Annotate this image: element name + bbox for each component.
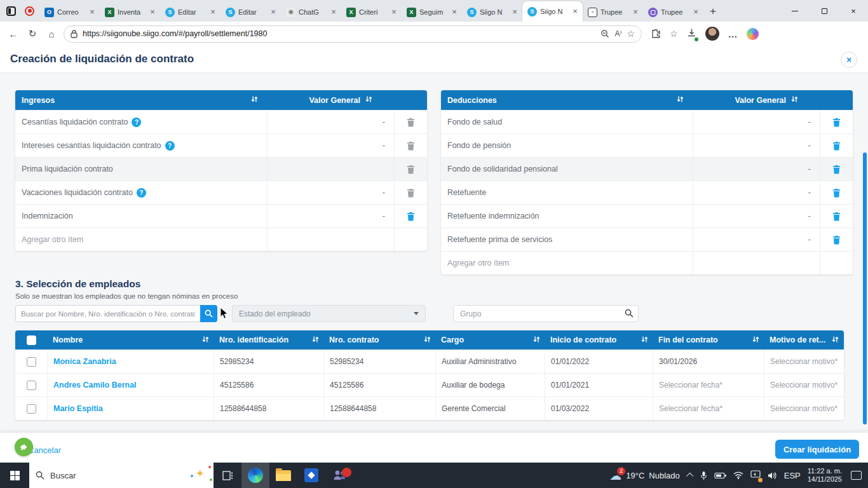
browser-tab[interactable]: ✳ChatG× [281, 3, 341, 22]
tab-close-icon[interactable]: × [390, 8, 398, 17]
help-icon[interactable]: ? [137, 188, 146, 198]
delete-item-button[interactable] [394, 158, 427, 180]
sort-icon[interactable] [251, 95, 258, 105]
vertical-scrollbar[interactable] [863, 152, 867, 424]
employee-name-link[interactable]: Mario Espitia [53, 404, 103, 413]
taskbar-weather[interactable]: ☁ 2 19°C Nublado [609, 470, 679, 482]
tab-close-icon[interactable]: × [450, 8, 459, 17]
tab-close-icon[interactable]: × [571, 7, 580, 16]
tab-close-icon[interactable]: × [208, 8, 217, 17]
grupo-search-input[interactable] [453, 305, 639, 322]
sort-icon[interactable] [202, 336, 209, 345]
help-icon[interactable]: ? [132, 118, 141, 127]
item-value-cell[interactable]: - [267, 134, 394, 157]
tab-close-icon[interactable]: × [269, 8, 278, 17]
item-value-cell[interactable]: - [267, 205, 394, 227]
add-item-row[interactable]: Agregar otro ítem [15, 227, 427, 251]
language-indicator[interactable]: ESP [784, 471, 801, 480]
home-icon[interactable]: ⌂ [42, 29, 61, 39]
wifi-icon[interactable] [733, 471, 743, 479]
delete-item-button[interactable] [820, 111, 853, 133]
add-item-row[interactable]: Agregar otro ítem [441, 251, 853, 274]
help-icon[interactable]: ? [165, 141, 175, 151]
delete-item-button[interactable] [394, 205, 427, 227]
item-value-cell[interactable]: - [693, 228, 820, 251]
downloads-icon[interactable] [687, 28, 696, 40]
tab-workspaces-icon[interactable] [6, 6, 16, 16]
delete-item-button[interactable] [820, 205, 853, 227]
browser-tab[interactable]: ▢Trupee× [643, 3, 703, 22]
delete-item-button[interactable] [820, 158, 853, 180]
employee-checkbox[interactable] [27, 404, 36, 414]
browser-tab[interactable]: OCorreo× [39, 3, 100, 22]
delete-item-button[interactable] [394, 134, 427, 157]
employee-checkbox[interactable] [27, 357, 36, 367]
battery-icon[interactable] [714, 472, 726, 479]
sort-icon[interactable] [365, 95, 372, 105]
sort-icon[interactable] [312, 336, 319, 345]
create-settlement-button[interactable]: Crear liquidación [775, 440, 859, 459]
start-button[interactable] [0, 463, 29, 488]
retirement-reason-cell[interactable]: Seleccionar motivo* [764, 350, 844, 373]
retirement-reason-cell[interactable]: Seleccionar motivo* [764, 374, 844, 396]
browser-tab[interactable]: SSiigo N× [522, 1, 583, 22]
sort-icon[interactable] [791, 95, 798, 105]
address-bar[interactable]: https://siigonube.siigo.com/#/payroll/se… [64, 25, 642, 43]
contract-end-cell[interactable]: Seleccionar fecha* [653, 374, 764, 396]
browser-tab[interactable]: XSeguim× [402, 3, 462, 22]
employee-name-link[interactable]: Monica Zanabria [53, 357, 116, 366]
delete-item-button[interactable] [394, 181, 427, 204]
tab-close-icon[interactable]: × [510, 8, 519, 17]
tray-expand-icon[interactable] [686, 473, 693, 480]
window-minimize-button[interactable] [780, 0, 810, 22]
retirement-reason-cell[interactable]: Seleccionar motivo* [764, 397, 844, 420]
refresh-icon[interactable]: ↻ [23, 28, 42, 39]
url-text[interactable]: https://siigonube.siigo.com/#/payroll/se… [83, 29, 595, 38]
tab-close-icon[interactable]: × [631, 8, 640, 17]
sort-icon[interactable] [752, 336, 759, 345]
window-close-button[interactable]: × [839, 0, 868, 22]
taskbar-explorer-button[interactable] [269, 463, 297, 488]
speaker-icon[interactable] [768, 471, 777, 480]
tab-close-icon[interactable]: × [88, 8, 97, 17]
zoom-out-icon[interactable] [600, 29, 609, 38]
browser-tab[interactable]: SSiigo N× [462, 3, 522, 22]
select-all-checkbox[interactable] [27, 336, 36, 345]
item-value-cell[interactable]: - [693, 205, 820, 227]
taskbar-teams-button[interactable] [325, 463, 353, 488]
item-value-cell[interactable]: - [693, 134, 820, 157]
employee-name-link[interactable]: Andres Camilo Bernal [53, 381, 137, 390]
microphone-icon[interactable] [700, 471, 707, 480]
add-item-cell[interactable]: Agregar otro ítem [441, 252, 693, 274]
browser-tab[interactable]: XCriteri× [341, 3, 402, 22]
favorite-star-icon[interactable]: ☆ [627, 29, 635, 39]
new-tab-button[interactable]: + [703, 5, 724, 22]
estado-empleado-dropdown[interactable]: Estado del empleado [232, 305, 426, 322]
cast-status[interactable] [750, 470, 761, 481]
employee-search-button[interactable] [200, 305, 217, 322]
copilot-icon[interactable] [747, 28, 759, 40]
sort-icon[interactable] [533, 336, 540, 345]
add-item-cell[interactable]: Agregar otro ítem [15, 228, 267, 251]
tab-close-icon[interactable]: × [329, 8, 338, 17]
browser-tab[interactable]: ▫Trupee× [583, 3, 643, 22]
item-value-cell[interactable]: - [267, 181, 394, 204]
taskbar-clock[interactable]: 11:22 a. m. 14/11/2025 [808, 467, 842, 484]
tab-close-icon[interactable]: × [691, 8, 700, 17]
notification-center-icon[interactable] [851, 471, 862, 480]
grupo-search-icon[interactable] [625, 309, 634, 318]
item-value-cell[interactable] [267, 158, 394, 180]
read-aloud-icon[interactable]: A⁾ [614, 29, 621, 38]
taskbar-search-box[interactable]: Buscar ✦ [29, 463, 214, 488]
employee-checkbox[interactable] [27, 381, 36, 390]
delete-item-button[interactable] [820, 134, 853, 157]
item-value-cell[interactable]: - [267, 111, 394, 133]
sort-icon[interactable] [677, 95, 684, 105]
tab-close-icon[interactable]: × [148, 8, 157, 17]
item-value-cell[interactable]: - [693, 111, 820, 133]
contract-end-cell[interactable]: 30/01/2026 [653, 350, 764, 373]
item-value-cell[interactable]: - [693, 181, 820, 204]
task-view-button[interactable] [214, 463, 241, 488]
sort-icon[interactable] [832, 336, 839, 345]
announcement-badge[interactable] [15, 438, 33, 456]
